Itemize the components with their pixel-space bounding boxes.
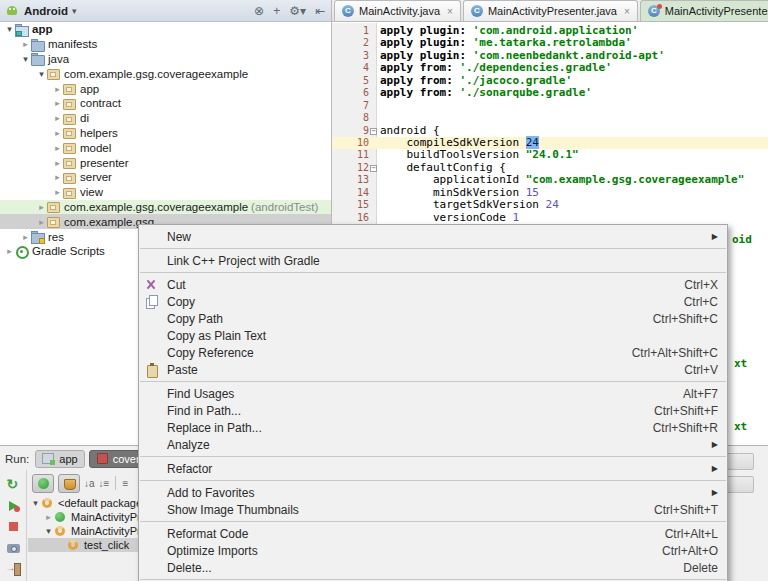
menu-item[interactable]: Replace in Path...Ctrl+Shift+R [139,419,727,436]
collapsed-arrow-icon[interactable] [36,217,47,227]
collapsed-arrow-icon[interactable] [52,84,63,94]
paste-icon [145,363,158,376]
tree-item[interactable]: java [0,52,331,67]
tree-item[interactable]: contract [0,96,331,111]
show-passed-toggle[interactable] [32,474,54,493]
run-config-tab[interactable]: app [35,450,84,468]
collapsed-arrow-icon[interactable] [20,39,31,49]
expanded-arrow-icon[interactable] [4,24,15,34]
menu-item[interactable]: CopyCtrl+C [139,293,727,310]
menu-item-shortcut: Ctrl+Alt+O [662,544,718,558]
test-tree-item[interactable]: MainActivityPre [28,524,139,538]
collapsed-arrow-icon[interactable] [52,128,63,138]
menu-item[interactable]: Analyze▶ [139,436,727,453]
expanded-arrow-icon[interactable] [36,69,47,79]
fold-marker-icon[interactable]: − [370,165,377,172]
collapsed-arrow-icon[interactable] [52,143,63,153]
test-tree-item[interactable]: MainActivityPre [28,510,139,524]
locate-icon[interactable]: + [273,4,280,18]
close-icon[interactable]: × [624,6,630,17]
test-tree-item[interactable]: test_click [28,538,139,552]
collapsed-arrow-icon[interactable] [52,158,63,168]
menu-item[interactable]: Reformat CodeCtrl+Alt+L [139,525,727,542]
rerun-failed-tests-icon[interactable] [7,499,20,512]
project-panel-header: Android ▾ ⊗+⚙▾⇤ [0,0,331,22]
menu-item-shortcut: Ctrl+Shift+C [653,312,718,326]
tree-item[interactable]: server [0,170,331,185]
sort-by-duration-icon[interactable]: ↓≡ [99,477,110,490]
tree-item-label: com.example.gsg.coverageexample [64,68,248,80]
running-test-icon [67,539,80,552]
tree-item[interactable]: app [0,22,331,37]
fold-column [369,87,378,99]
package-icon [63,112,76,125]
tree-item[interactable]: presenter [0,155,331,170]
menu-item[interactable]: Refactor▶ [139,460,727,477]
code-line[interactable]: 6apply from: './sonarqube.gradle' [332,87,768,99]
menu-item[interactable]: CutCtrl+X [139,276,727,293]
hide-panel-icon[interactable]: ⇤ [315,4,325,18]
test-tree-item[interactable]: <default package> [28,496,139,510]
menu-item[interactable]: PasteCtrl+V [139,361,727,378]
expanded-arrow-icon[interactable] [30,498,41,508]
code-segment: defaultConfig { [380,161,506,174]
chevron-down-icon[interactable]: ▾ [72,6,77,16]
collapsed-arrow-icon[interactable] [52,187,63,197]
submenu-arrow-icon: ▶ [712,440,718,449]
show-ignored-toggle[interactable] [58,474,80,493]
collapsed-arrow-icon[interactable] [20,232,31,242]
screenshot-icon[interactable] [7,541,20,554]
sort-alphabetically-icon[interactable]: ↓a [84,477,95,490]
project-view-selector[interactable]: Android [24,5,68,17]
tree-item[interactable]: manifests [0,37,331,52]
tree-item[interactable]: di [0,111,331,126]
tree-item-label: presenter [80,157,129,169]
menu-item[interactable]: Delete...Delete [139,559,727,576]
code-line[interactable]: 7 [332,100,768,112]
rerun-icon[interactable] [7,478,20,491]
fold-column [369,100,378,112]
collapsed-arrow-icon[interactable] [4,246,15,256]
collapsed-arrow-icon[interactable] [36,202,47,212]
tree-item[interactable]: view [0,185,331,200]
menu-item[interactable]: Link C++ Project with Gradle [139,252,727,269]
menu-item-shortcut: Ctrl+C [684,295,718,309]
menu-item[interactable]: Optimize ImportsCtrl+Alt+O [139,542,727,559]
fold-marker-icon[interactable]: − [370,128,377,135]
tree-item[interactable]: com.example.gsg.coverageexample [0,66,331,81]
menu-item[interactable]: Copy PathCtrl+Shift+C [139,310,727,327]
menu-item[interactable]: Find UsagesAlt+F7 [139,385,727,402]
exit-icon[interactable] [7,562,20,575]
close-icon[interactable]: × [447,6,453,17]
menu-item[interactable]: New▶ [139,228,727,245]
editor-tab[interactable]: MainActivityPresenterTests.java× [640,0,768,21]
collapsed-arrow-icon[interactable] [43,512,54,522]
tree-item[interactable]: app [0,81,331,96]
menu-item[interactable]: Add to Favorites▶ [139,484,727,501]
menu-item-label: Find in Path... [167,404,241,418]
menu-item[interactable]: Find in Path...Ctrl+Shift+F [139,402,727,419]
line-number: 6 [332,87,369,99]
editor-scroll-button[interactable] [727,476,754,493]
editor-scroll-button[interactable] [727,453,754,470]
editor-tab[interactable]: MainActivityPresenter.java× [463,0,638,21]
editor-tab[interactable]: MainActivity.java× [334,0,461,21]
expand-all-icon[interactable]: ≡ [122,477,128,490]
collapsed-arrow-icon[interactable] [52,98,63,108]
stop-icon[interactable] [7,520,20,533]
code-line[interactable]: 16 versionCode 1 [332,212,768,224]
menu-item[interactable]: Copy ReferenceCtrl+Alt+Shift+C [139,344,727,361]
tree-item[interactable]: helpers [0,126,331,141]
expanded-arrow-icon[interactable] [20,54,31,64]
collapsed-arrow-icon[interactable] [52,113,63,123]
collapsed-arrow-icon[interactable] [52,172,63,182]
close-icon[interactable]: ⊗ [254,4,264,18]
code-segment: 'com.neenbedankt.android-apt' [473,49,665,62]
menu-item[interactable]: Copy as Plain Text [139,327,727,344]
tree-item[interactable]: com.example.gsg.coverageexample(androidT… [0,200,331,215]
menu-item[interactable]: Show Image ThumbnailsCtrl+Shift+T [139,501,727,518]
tree-item[interactable]: model [0,140,331,155]
expanded-arrow-icon[interactable] [43,526,54,536]
paste-icon-cell [145,363,167,376]
gear-icon[interactable]: ⚙▾ [289,4,306,18]
